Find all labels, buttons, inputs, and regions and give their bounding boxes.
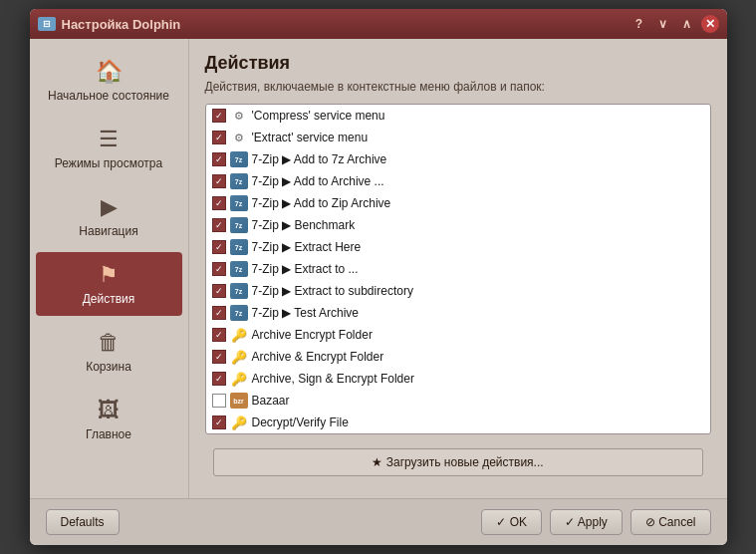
list-item[interactable]: 7z7-Zip ▶ Add to 7z Archive	[206, 148, 710, 170]
sidebar-label-view-modes: Режимы просмотра	[55, 156, 162, 170]
checkbox-item-13[interactable]	[212, 372, 226, 386]
list-item[interactable]: ⚙'Extract' service menu	[206, 127, 710, 148]
apply-button[interactable]: ✓ Apply	[550, 509, 623, 535]
sidebar-item-actions[interactable]: ⚑ Действия	[36, 252, 182, 316]
list-item[interactable]: ⚙'Compress' service menu	[206, 105, 710, 127]
checkbox-item-8[interactable]	[212, 262, 226, 276]
item-label-6: 7-Zip ▶ Benchmark	[252, 218, 356, 232]
item-icon-1: ⚙	[230, 108, 248, 124]
checkbox-item-10[interactable]	[212, 306, 226, 320]
actions-list[interactable]: ⚙'Compress' service menu⚙'Extract' servi…	[205, 104, 711, 434]
item-label-10: 7-Zip ▶ Test Archive	[252, 306, 359, 320]
item-icon-9: 7z	[230, 283, 248, 299]
item-icon-5: 7z	[230, 195, 248, 211]
item-label-14: Bazaar	[252, 394, 290, 408]
item-icon-4: 7z	[230, 173, 248, 189]
item-label-11: Archive Encrypt Folder	[252, 328, 373, 342]
item-label-13: Archive, Sign & Encrypt Folder	[252, 372, 414, 386]
list-item[interactable]: 🔑Archive Encrypt Folder	[206, 324, 710, 346]
item-icon-6: 7z	[230, 217, 248, 233]
main-window: ⊟ Настройка Dolphin ? ∨ ∧ ✕ 🏠 Начальное …	[30, 9, 727, 545]
sidebar-item-general[interactable]: 🖼 Главное	[36, 388, 182, 451]
checkbox-item-9[interactable]	[212, 284, 226, 298]
titlebar: ⊟ Настройка Dolphin ? ∨ ∧ ✕	[30, 9, 727, 39]
list-item[interactable]: 7z7-Zip ▶ Benchmark	[206, 214, 710, 236]
view-modes-icon: ☰	[99, 127, 119, 152]
sidebar-label-actions: Действия	[83, 292, 135, 306]
list-item[interactable]: 🔑Archive, Sign & Encrypt Folder	[206, 368, 710, 390]
maximize-button[interactable]: ∧	[677, 14, 697, 34]
item-icon-7: 7z	[230, 239, 248, 255]
checkbox-item-2[interactable]	[212, 131, 226, 144]
list-item[interactable]: 7z7-Zip ▶ Add to Zip Archive	[206, 192, 710, 214]
item-label-15: Decrypt/Verify File	[252, 416, 349, 429]
list-item[interactable]: 🔑Decrypt/Verify File	[206, 412, 710, 433]
sidebar-item-trash[interactable]: 🗑 Корзина	[36, 320, 182, 384]
minimize-button[interactable]: ∨	[653, 14, 673, 34]
item-label-4: 7-Zip ▶ Add to Archive ...	[252, 174, 384, 188]
actions-icon: ⚑	[99, 262, 119, 288]
startup-icon: 🏠	[96, 59, 123, 85]
titlebar-left: ⊟ Настройка Dolphin	[38, 17, 181, 32]
item-icon-2: ⚙	[230, 130, 248, 145]
sidebar-label-startup: Начальное состояние	[48, 89, 169, 103]
item-label-12: Archive & Encrypt Folder	[252, 350, 384, 364]
item-label-7: 7-Zip ▶ Extract Here	[252, 240, 362, 254]
load-more-button[interactable]: ★ Загрузить новые действия...	[213, 448, 703, 476]
close-button[interactable]: ✕	[701, 15, 719, 33]
list-item[interactable]: 7z7-Zip ▶ Extract Here	[206, 236, 710, 258]
sidebar: 🏠 Начальное состояние ☰ Режимы просмотра…	[30, 39, 189, 498]
content-subtitle: Действия, включаемые в контекстные меню …	[205, 80, 711, 94]
list-item[interactable]: 7z7-Zip ▶ Test Archive	[206, 302, 710, 324]
item-icon-10: 7z	[230, 305, 248, 321]
content-title: Действия	[205, 53, 711, 74]
list-item[interactable]: bzrBazaar	[206, 390, 710, 412]
checkbox-item-6[interactable]	[212, 218, 226, 232]
help-button[interactable]: ?	[630, 14, 649, 34]
item-icon-15: 🔑	[230, 415, 248, 430]
defaults-button[interactable]: Defaults	[46, 509, 120, 535]
checkbox-item-4[interactable]	[212, 174, 226, 188]
sidebar-item-startup[interactable]: 🏠 Начальное состояние	[36, 49, 182, 113]
list-item[interactable]: 7z7-Zip ▶ Add to Archive ...	[206, 170, 710, 192]
sidebar-item-navigation[interactable]: ▶ Навигация	[36, 184, 182, 248]
sidebar-item-view-modes[interactable]: ☰ Режимы просмотра	[36, 117, 182, 180]
item-label-5: 7-Zip ▶ Add to Zip Archive	[252, 196, 391, 210]
list-item[interactable]: 7z7-Zip ▶ Extract to subdirectory	[206, 280, 710, 302]
titlebar-controls: ? ∨ ∧ ✕	[630, 14, 719, 34]
checkbox-item-15[interactable]	[212, 416, 226, 429]
checkbox-item-11[interactable]	[212, 328, 226, 342]
sidebar-label-trash: Корзина	[86, 360, 131, 374]
window-icon: ⊟	[38, 17, 56, 31]
checkbox-item-12[interactable]	[212, 350, 226, 364]
ok-button[interactable]: ✓ OK	[481, 509, 542, 535]
sidebar-label-general: Главное	[86, 427, 131, 441]
trash-icon: 🗑	[98, 330, 120, 356]
list-item[interactable]: 🔑Archive & Encrypt Folder	[206, 346, 710, 368]
item-label-9: 7-Zip ▶ Extract to subdirectory	[252, 284, 413, 298]
item-label-2: 'Extract' service menu	[252, 131, 369, 144]
checkbox-item-14[interactable]	[212, 394, 226, 408]
footer: Defaults ✓ OK ✓ Apply ⊘ Cancel	[30, 498, 727, 545]
checkbox-item-7[interactable]	[212, 240, 226, 254]
item-icon-14: bzr	[230, 393, 248, 409]
item-icon-11: 🔑	[230, 327, 248, 343]
main-content: 🏠 Начальное состояние ☰ Режимы просмотра…	[30, 39, 727, 498]
general-icon: 🖼	[98, 398, 120, 423]
checkbox-item-3[interactable]	[212, 152, 226, 166]
item-icon-8: 7z	[230, 261, 248, 277]
item-icon-12: 🔑	[230, 349, 248, 365]
content-area: Действия Действия, включаемые в контекст…	[189, 39, 727, 498]
window-title: Настройка Dolphin	[62, 17, 181, 32]
checkbox-item-1[interactable]	[212, 109, 226, 123]
navigation-icon: ▶	[101, 194, 118, 220]
cancel-button[interactable]: ⊘ Cancel	[630, 509, 711, 535]
item-label-3: 7-Zip ▶ Add to 7z Archive	[252, 152, 387, 166]
item-label-8: 7-Zip ▶ Extract to ...	[252, 262, 359, 276]
checkbox-item-5[interactable]	[212, 196, 226, 210]
footer-right-buttons: ✓ OK ✓ Apply ⊘ Cancel	[481, 509, 710, 535]
item-icon-13: 🔑	[230, 371, 248, 387]
list-item[interactable]: 7z7-Zip ▶ Extract to ...	[206, 258, 710, 280]
sidebar-label-navigation: Навигация	[79, 224, 137, 238]
item-label-1: 'Compress' service menu	[252, 109, 385, 123]
